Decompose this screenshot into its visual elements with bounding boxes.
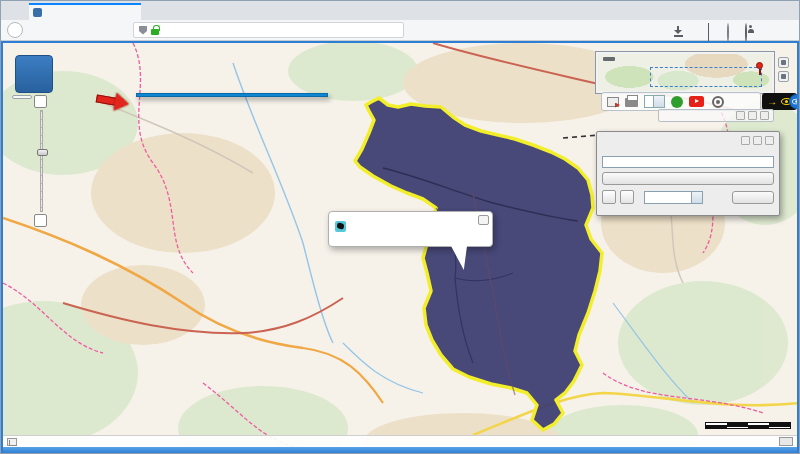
youtube-link[interactable] [689,96,706,107]
territorial-unit-input[interactable] [602,156,774,168]
clear-button[interactable] [732,191,774,204]
contrast-arrow-icon[interactable]: → [767,97,777,107]
sort-field-dropdown-icon[interactable] [692,191,703,204]
tracking-shield-icon[interactable] [139,26,147,35]
browser-tab[interactable] [29,3,141,20]
terms-expand-button[interactable] [779,437,793,446]
territorial-search-panel [596,131,780,216]
forward-button[interactable] [28,23,42,37]
minimap-marker-icon [756,62,763,69]
sort-descending-button[interactable] [620,190,634,204]
map-scalebar [705,422,791,430]
extension-icon[interactable] [762,24,775,37]
sort-field-select[interactable] [644,191,703,204]
reload-button[interactable] [47,23,61,37]
overview-minimap[interactable] [596,52,774,93]
url-bar[interactable] [133,22,404,38]
print-icon[interactable] [625,98,638,107]
search-panel-collapse-button[interactable] [753,136,762,145]
settings-gear-icon[interactable] [712,96,724,108]
zoom-in-button[interactable] [34,95,47,108]
map-contents-help-button[interactable] [736,111,745,120]
map-contents-collapse-button[interactable] [748,111,757,120]
statusbar-expand-icon[interactable] [7,438,17,446]
browser-navbar [1,20,799,41]
zoom-handle[interactable] [37,149,48,156]
https-lock-icon [151,29,159,35]
sidebar-icon[interactable] [708,24,721,37]
popup-close-button[interactable] [478,215,489,225]
feature-popup [328,211,493,247]
view-eye-button[interactable] [789,94,799,109]
youtube-play-icon [689,96,704,107]
search-button[interactable] [602,172,774,185]
search-panel-help-button[interactable] [741,136,750,145]
export-icon[interactable] [607,97,619,107]
menu-hamburger-icon[interactable] [780,24,793,37]
account-icon[interactable] [744,24,757,37]
browser-window: → [0,0,800,454]
map-contents-bar[interactable] [658,109,774,122]
language-select[interactable] [644,95,665,108]
minimap-extent-box[interactable] [650,67,762,87]
eye-icon [792,99,799,105]
minimap-options-button[interactable] [778,71,789,82]
zoom-out-button[interactable] [34,214,47,227]
status-bar [3,435,797,447]
tab-favicon-icon [33,8,42,17]
sync-icon[interactable] [726,24,739,37]
minimap-title [603,57,615,61]
downloads-icon[interactable] [672,24,685,37]
sort-field-value [644,191,692,204]
home-button[interactable] [66,23,80,37]
library-icon[interactable] [690,24,703,37]
sort-ascending-button[interactable] [602,190,616,204]
help-icon[interactable] [671,96,683,108]
language-dropdown-icon[interactable] [654,95,665,108]
back-button[interactable] [7,22,23,38]
zoom-track[interactable] [40,110,43,212]
search-menu-dropdown [136,93,328,97]
language-value [644,95,654,108]
map-tool-palette [12,95,32,99]
browser-titlebar [1,1,799,20]
territorial-unit-icon [335,221,346,232]
map-contents-close-button[interactable] [760,111,769,120]
minimap-toggle-button[interactable] [778,57,789,68]
zoom-slider [34,95,48,227]
geoportal-map-page: → [1,41,799,453]
page-bottom-border [3,447,797,453]
search-panel-close-button[interactable] [765,136,774,145]
new-tab-button[interactable] [141,4,157,20]
geoportal-logo[interactable] [15,55,53,93]
